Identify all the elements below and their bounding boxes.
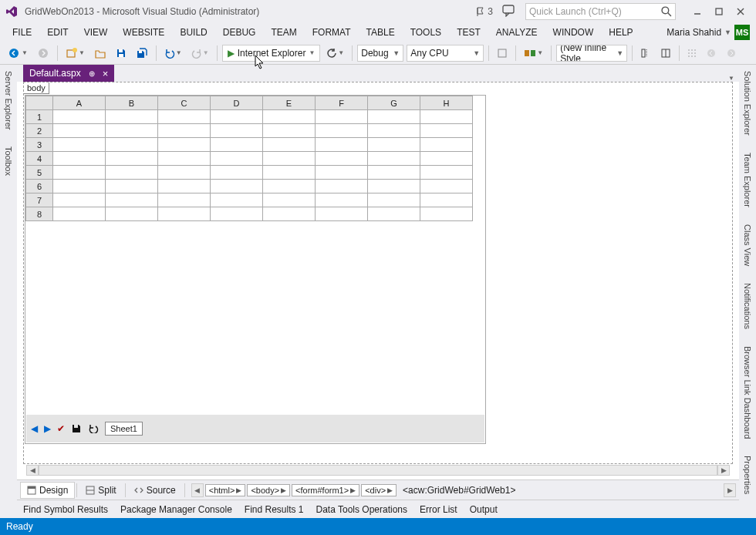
- tab-overflow-icon[interactable]: ▼: [724, 75, 739, 82]
- grid-cell[interactable]: [158, 193, 211, 207]
- row-header-3[interactable]: 3: [26, 138, 53, 152]
- menu-test[interactable]: TEST: [449, 25, 488, 40]
- grid-cell[interactable]: [368, 166, 420, 180]
- grid-cell[interactable]: [263, 152, 316, 166]
- row-header-8[interactable]: 8: [26, 207, 53, 221]
- grid-cell[interactable]: [53, 166, 106, 180]
- grid-cell[interactable]: [263, 207, 316, 221]
- menu-analyze[interactable]: ANALYZE: [488, 25, 545, 40]
- grid-cell[interactable]: [420, 166, 473, 180]
- grid-cell[interactable]: [316, 152, 368, 166]
- grid-cell[interactable]: [420, 180, 473, 193]
- grid-cell[interactable]: [106, 193, 158, 207]
- grid-cell[interactable]: [263, 110, 316, 124]
- solution-explorer-tab[interactable]: Solution Explorer: [741, 68, 754, 139]
- row-header-2[interactable]: 2: [26, 124, 53, 138]
- notifications-tab[interactable]: Notifications: [741, 280, 754, 332]
- grid-cell[interactable]: [368, 207, 420, 221]
- style-combo[interactable]: (New Inline Style▼: [556, 45, 627, 62]
- nav-fwd-2[interactable]: [723, 45, 740, 62]
- error-list-tab[interactable]: Error List: [420, 504, 457, 515]
- grid-cell[interactable]: [316, 207, 368, 221]
- toolbox-tab[interactable]: Toolbox: [2, 143, 15, 179]
- grid-cell[interactable]: [420, 207, 473, 221]
- save-button[interactable]: [113, 45, 130, 62]
- grid-cell[interactable]: [158, 110, 211, 124]
- col-header-a[interactable]: A: [53, 96, 106, 110]
- grid-cell[interactable]: [158, 207, 211, 221]
- grid-cell[interactable]: [211, 152, 263, 166]
- submit-icon[interactable]: ✔: [57, 423, 65, 434]
- grid-cell[interactable]: [368, 180, 420, 193]
- redo-button[interactable]: ▼: [188, 45, 212, 62]
- minimize-button[interactable]: [687, 4, 708, 19]
- close-tab-icon[interactable]: ×: [103, 68, 109, 79]
- grid-cell[interactable]: [53, 152, 106, 166]
- save-all-button[interactable]: [133, 45, 151, 62]
- col-header-f[interactable]: F: [316, 96, 368, 110]
- nav-back-button[interactable]: ▼: [5, 45, 31, 62]
- grid-cell[interactable]: [368, 138, 420, 152]
- grid-cell[interactable]: [106, 124, 158, 138]
- nav-forward-button[interactable]: [34, 45, 52, 62]
- grid-cell[interactable]: [368, 124, 420, 138]
- team-explorer-tab[interactable]: Team Explorer: [741, 150, 754, 210]
- col-header-e[interactable]: E: [263, 96, 316, 110]
- grid-cell[interactable]: [106, 110, 158, 124]
- grid-cell[interactable]: [420, 193, 473, 207]
- new-project-button[interactable]: ▼: [62, 45, 88, 62]
- grid-cell[interactable]: [53, 193, 106, 207]
- maximize-button[interactable]: [708, 4, 730, 19]
- grid-corner[interactable]: [26, 96, 53, 110]
- menu-format[interactable]: FORMAT: [305, 25, 359, 40]
- design-view-tab[interactable]: Design: [20, 482, 75, 499]
- find-symbol-results-tab[interactable]: Find Symbol Results: [23, 504, 108, 515]
- source-view-tab[interactable]: Source: [127, 482, 183, 499]
- grid-cell[interactable]: [53, 138, 106, 152]
- grid-cell[interactable]: [263, 138, 316, 152]
- user-dropdown-icon[interactable]: ▼: [724, 29, 731, 36]
- grid-cell[interactable]: [316, 124, 368, 138]
- menu-website[interactable]: WEBSITE: [115, 25, 172, 40]
- scroll-track[interactable]: [39, 465, 717, 476]
- col-header-g[interactable]: G: [368, 96, 420, 110]
- properties-tab[interactable]: Properties: [741, 453, 754, 497]
- body-tag-label[interactable]: body: [23, 82, 49, 94]
- scroll-left-icon[interactable]: ◀: [26, 465, 39, 476]
- grid-cell[interactable]: [263, 193, 316, 207]
- grid-cell[interactable]: [53, 110, 106, 124]
- sheet-save-icon[interactable]: [71, 423, 82, 434]
- extensions-button[interactable]: ▼: [521, 45, 546, 62]
- grid-cell[interactable]: [53, 207, 106, 221]
- breadcrumb-left-icon[interactable]: ◀: [191, 483, 204, 497]
- data-tools-operations-tab[interactable]: Data Tools Operations: [316, 504, 408, 515]
- package-manager-console-tab[interactable]: Package Manager Console: [120, 504, 232, 515]
- menu-tools[interactable]: TOOLS: [403, 25, 449, 40]
- grid-cell[interactable]: [158, 152, 211, 166]
- open-file-button[interactable]: [91, 45, 110, 62]
- grid-cell[interactable]: [106, 207, 158, 221]
- grid-cell[interactable]: [316, 180, 368, 193]
- find-results-tab[interactable]: Find Results 1: [245, 504, 304, 515]
- grid-cell[interactable]: [263, 124, 316, 138]
- grid-button[interactable]: [684, 45, 700, 62]
- breadcrumb-div[interactable]: <div>▶: [361, 484, 397, 496]
- grid-cell[interactable]: [211, 138, 263, 152]
- grid-cell[interactable]: [420, 110, 473, 124]
- notification-flag[interactable]: 3: [476, 6, 493, 17]
- user-badge[interactable]: MS: [734, 25, 750, 40]
- nav-back-2[interactable]: [703, 45, 720, 62]
- breadcrumb-body[interactable]: <body>▶: [247, 484, 290, 496]
- menu-build[interactable]: BUILD: [172, 25, 214, 40]
- menu-edit[interactable]: EDIT: [39, 25, 76, 40]
- grid-cell[interactable]: [368, 152, 420, 166]
- row-header-5[interactable]: 5: [26, 166, 53, 180]
- grid-cell[interactable]: [420, 152, 473, 166]
- grid-cell[interactable]: [158, 166, 211, 180]
- grid-cell[interactable]: [158, 124, 211, 138]
- col-header-c[interactable]: C: [158, 96, 211, 110]
- undo-sheet-icon[interactable]: [88, 424, 99, 433]
- document-tab[interactable]: Default.aspx ⊕ ×: [23, 65, 114, 82]
- grid-cell[interactable]: [211, 124, 263, 138]
- grid-cell[interactable]: [368, 110, 420, 124]
